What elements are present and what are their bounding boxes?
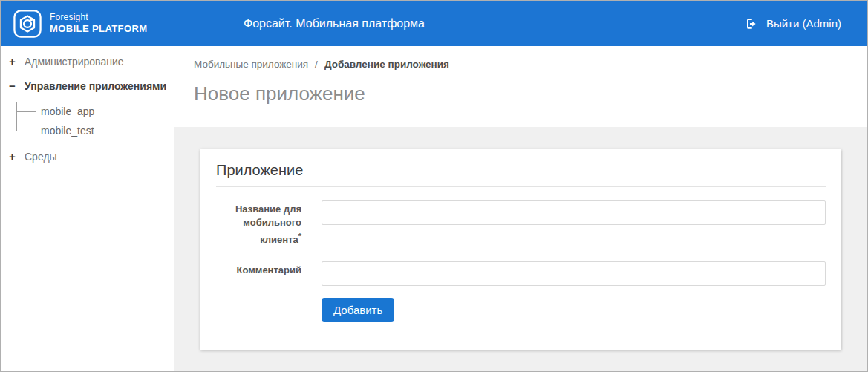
add-button[interactable]: Добавить bbox=[322, 298, 394, 322]
breadcrumb-separator: / bbox=[315, 59, 318, 70]
sidebar-child-label: mobile_test bbox=[41, 125, 94, 137]
sidebar-item-label: Среды bbox=[25, 151, 57, 163]
logout-label: Выйти (Admin) bbox=[766, 17, 841, 30]
main-area: Мобильные приложения / Добавление прилож… bbox=[174, 46, 867, 372]
brand-product: MOBILE PLATFORM bbox=[50, 23, 147, 35]
sidebar-item-administration[interactable]: + Администрирование bbox=[7, 56, 168, 68]
sidebar-item-mobile-test[interactable]: mobile_test bbox=[16, 121, 168, 140]
sidebar-item-app-management[interactable]: − Управление приложениями bbox=[7, 80, 168, 92]
collapse-icon[interactable]: − bbox=[7, 80, 18, 92]
brand-name: Foresight bbox=[50, 12, 147, 23]
brand-logo: Foresight MOBILE PLATFORM bbox=[13, 10, 147, 38]
breadcrumb: Мобильные приложения / Добавление прилож… bbox=[194, 59, 867, 70]
form-row-name: Название для мобильного клиента* bbox=[216, 200, 826, 247]
page-header: Мобильные приложения / Добавление прилож… bbox=[174, 46, 867, 127]
app-title: Форсайт. Мобильная платформа bbox=[244, 17, 425, 30]
sidebar-item-label: Управление приложениями bbox=[25, 80, 166, 92]
application-form-card: Приложение Название для мобильного клиен… bbox=[200, 149, 841, 350]
mobile-client-name-input[interactable] bbox=[322, 200, 826, 225]
foresight-logo-icon bbox=[13, 10, 42, 38]
comment-input[interactable] bbox=[322, 261, 826, 286]
form-actions: Добавить bbox=[322, 298, 826, 322]
page-title: Новое приложение bbox=[194, 82, 867, 105]
expand-icon[interactable]: + bbox=[7, 56, 18, 68]
content-area: Приложение Название для мобильного клиен… bbox=[174, 127, 867, 372]
expand-icon[interactable]: + bbox=[7, 151, 18, 163]
sidebar-item-label: Администрирование bbox=[25, 56, 124, 68]
sidebar-nav: + Администрирование − Управление приложе… bbox=[1, 46, 174, 372]
sidebar-item-environments[interactable]: + Среды bbox=[7, 151, 168, 163]
logout-button[interactable]: Выйти (Admin) bbox=[745, 17, 855, 30]
sidebar-item-mobile-app[interactable]: mobile_app bbox=[16, 102, 168, 121]
brand-logo-text: Foresight MOBILE PLATFORM bbox=[50, 12, 147, 35]
mobile-client-name-label: Название для мобильного клиента* bbox=[216, 200, 301, 247]
window-body: + Администрирование − Управление приложе… bbox=[1, 46, 867, 372]
logout-icon bbox=[745, 17, 758, 30]
comment-label: Комментарий bbox=[216, 261, 301, 277]
app-window: Foresight MOBILE PLATFORM Форсайт. Мобил… bbox=[0, 0, 868, 372]
card-section-title: Приложение bbox=[216, 161, 826, 187]
breadcrumb-current: Добавление приложения bbox=[324, 59, 449, 70]
application-form: Название для мобильного клиента* Коммент… bbox=[216, 200, 826, 322]
breadcrumb-parent[interactable]: Мобильные приложения bbox=[194, 59, 308, 70]
sidebar-app-children: mobile_app mobile_test bbox=[16, 102, 168, 140]
form-row-comment: Комментарий bbox=[216, 261, 826, 286]
required-marker: * bbox=[298, 232, 301, 241]
top-header: Foresight MOBILE PLATFORM Форсайт. Мобил… bbox=[1, 1, 867, 46]
sidebar-child-label: mobile_app bbox=[41, 105, 94, 117]
